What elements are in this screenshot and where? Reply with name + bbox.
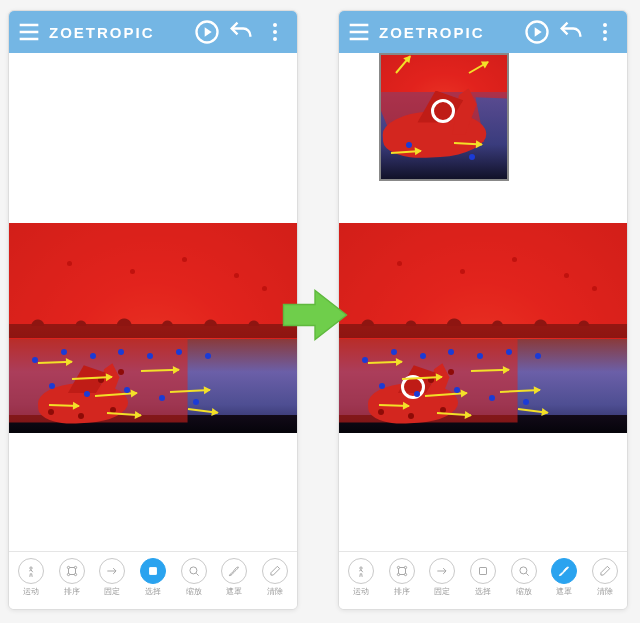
- anchor-point-icon: [535, 353, 541, 359]
- motion-icon: [18, 558, 44, 584]
- tool-stab[interactable]: 固定: [426, 558, 458, 597]
- tool-stab[interactable]: 固定: [96, 558, 128, 597]
- motion-arrow-icon: [49, 404, 79, 407]
- tool-select[interactable]: 选择: [137, 558, 169, 597]
- svg-point-11: [404, 566, 406, 568]
- anchor-point-icon: [489, 395, 495, 401]
- anchor-point-icon: [159, 395, 165, 401]
- play-icon[interactable]: [523, 18, 551, 46]
- tool-erase[interactable]: 清除: [259, 558, 291, 597]
- brush-icon: [551, 558, 577, 584]
- anchor-point-icon: [414, 391, 420, 397]
- phone-screen-left: ZOETROPIC: [8, 10, 298, 610]
- anchor-point-icon: [454, 387, 460, 393]
- svg-point-12: [397, 573, 399, 575]
- play-icon[interactable]: [193, 18, 221, 46]
- tool-label: 运动: [353, 586, 369, 597]
- seq-icon: [59, 558, 85, 584]
- anchor-point-icon: [124, 387, 130, 393]
- anchor-point-icon: [90, 353, 96, 359]
- svg-point-13: [404, 573, 406, 575]
- svg-point-3: [74, 566, 76, 568]
- tool-label: 运动: [23, 586, 39, 597]
- mask-point-icon: [397, 261, 402, 266]
- svg-rect-14: [479, 568, 486, 575]
- tool-zoom[interactable]: 缩放: [178, 558, 210, 597]
- motion-arrow-icon: [368, 360, 402, 363]
- svg-point-5: [74, 573, 76, 575]
- tool-motion[interactable]: 运动: [15, 558, 47, 597]
- tool-label: 遮罩: [226, 586, 242, 597]
- square-icon: [470, 558, 496, 584]
- arrow-icon: [99, 558, 125, 584]
- anchor-point-icon: [176, 349, 182, 355]
- motion-arrow-icon: [38, 360, 72, 363]
- anchor-point-icon: [205, 353, 211, 359]
- eraser-icon: [592, 558, 618, 584]
- svg-rect-6: [149, 568, 156, 575]
- svg-point-7: [190, 567, 197, 574]
- tool-select[interactable]: 选择: [467, 558, 499, 597]
- anchor-point-icon: [391, 349, 397, 355]
- undo-icon[interactable]: [557, 18, 585, 46]
- svg-point-1: [30, 567, 32, 569]
- tool-label: 清除: [597, 586, 613, 597]
- app-bar: ZOETROPIC: [9, 11, 297, 53]
- eraser-icon: [262, 558, 288, 584]
- tool-label: 固定: [434, 586, 450, 597]
- motion-arrow-icon: [379, 404, 409, 407]
- zoom-icon: [181, 558, 207, 584]
- bird-shape: [38, 353, 148, 423]
- svg-point-15: [520, 567, 527, 574]
- tool-label: 排序: [394, 586, 410, 597]
- tool-motion[interactable]: 运动: [345, 558, 377, 597]
- anchor-point-icon: [61, 349, 67, 355]
- tool-label: 选择: [145, 586, 161, 597]
- tool-label: 遮罩: [556, 586, 572, 597]
- app-title: ZOETROPIC: [379, 24, 517, 41]
- mask-point-icon: [512, 257, 517, 262]
- tool-label: 排序: [64, 586, 80, 597]
- tool-mask[interactable]: 遮罩: [218, 558, 250, 597]
- square-icon: [140, 558, 166, 584]
- bottom-toolbar: 运动排序固定选择缩放遮罩清除: [339, 551, 627, 609]
- tool-label: 清除: [267, 586, 283, 597]
- anchor-point-icon: [420, 353, 426, 359]
- arrow-icon: [429, 558, 455, 584]
- phone-screen-right: ZOETROPIC: [338, 10, 628, 610]
- anchor-point-icon: [379, 383, 385, 389]
- magnifier-preview: [379, 53, 509, 181]
- menu-icon[interactable]: [15, 18, 43, 46]
- svg-point-9: [360, 567, 362, 569]
- tool-zoom[interactable]: 缩放: [508, 558, 540, 597]
- brush-icon: [221, 558, 247, 584]
- more-icon[interactable]: [591, 18, 619, 46]
- svg-point-10: [397, 566, 399, 568]
- mask-point-icon: [182, 257, 187, 262]
- tool-seq[interactable]: 排序: [56, 558, 88, 597]
- anchor-point-icon: [49, 383, 55, 389]
- menu-icon[interactable]: [345, 18, 373, 46]
- tool-erase[interactable]: 清除: [589, 558, 621, 597]
- seq-icon: [389, 558, 415, 584]
- app-bar: ZOETROPIC: [339, 11, 627, 53]
- scene-image: [339, 223, 627, 433]
- svg-point-4: [67, 573, 69, 575]
- tool-mask[interactable]: 遮罩: [548, 558, 580, 597]
- svg-point-2: [67, 566, 69, 568]
- canvas-area[interactable]: [9, 53, 297, 551]
- zoom-icon: [511, 558, 537, 584]
- anchor-point-icon: [506, 349, 512, 355]
- tool-seq[interactable]: 排序: [386, 558, 418, 597]
- bottom-toolbar: 运动排序固定选择缩放遮罩清除: [9, 551, 297, 609]
- tool-label: 缩放: [516, 586, 532, 597]
- canvas-area[interactable]: [339, 53, 627, 551]
- scene-image: [9, 223, 297, 433]
- tool-label: 固定: [104, 586, 120, 597]
- undo-icon[interactable]: [227, 18, 255, 46]
- bird-shape: [368, 353, 478, 423]
- tool-label: 缩放: [186, 586, 202, 597]
- transition-arrow-icon: [280, 280, 350, 350]
- more-icon[interactable]: [261, 18, 289, 46]
- mask-point-icon: [67, 261, 72, 266]
